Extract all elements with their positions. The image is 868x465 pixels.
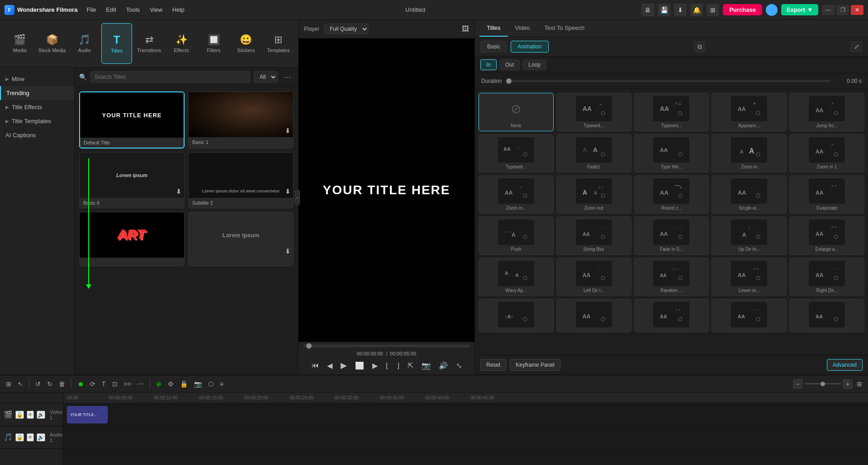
skip-back-button[interactable]: ⏮ bbox=[309, 360, 321, 371]
mark-in-button[interactable]: ⌊ bbox=[384, 360, 391, 371]
tl-record-button[interactable]: ⏺ bbox=[75, 379, 86, 389]
anim-fade1[interactable]: AA Fade1 bbox=[556, 134, 631, 173]
anim-zoomin2[interactable]: AA↗ Zoom in 1 bbox=[789, 134, 864, 173]
lift-button[interactable]: ⇱ bbox=[405, 360, 416, 371]
export-button[interactable]: Export ▼ bbox=[781, 4, 818, 15]
sidebar-item-title-effects[interactable]: ▶ Title Effects bbox=[0, 100, 74, 114]
tl-undo-button[interactable]: ↺ bbox=[33, 379, 43, 389]
anim-singlew[interactable]: AA→ Single-w... bbox=[711, 175, 787, 214]
tl-snap-button[interactable]: ⊕ bbox=[154, 379, 164, 389]
anim-none[interactable]: ⊘ None bbox=[479, 93, 554, 131]
tl-grid-button[interactable]: ⊞ bbox=[854, 379, 864, 389]
tl-delete-button[interactable]: 🗑 bbox=[57, 379, 67, 389]
anim-updir[interactable]: A↑ Up Dir In... bbox=[711, 216, 787, 255]
quality-select[interactable]: Full Quality 1/2 Quality 1/4 Quality bbox=[324, 24, 369, 34]
minimize-button[interactable]: — bbox=[822, 5, 835, 15]
collapse-panel-button[interactable]: ‹ bbox=[295, 190, 300, 205]
tab-titles[interactable]: Titles bbox=[479, 20, 508, 37]
nav-audio[interactable]: 🎵 Audio bbox=[69, 23, 100, 64]
tl-crop-button[interactable]: ⊡ bbox=[110, 379, 120, 389]
anim-zoomin1[interactable]: AA Zoom in bbox=[711, 134, 787, 173]
inout-btn-out[interactable]: Out bbox=[499, 59, 520, 70]
tl-ripple-button[interactable]: ⟳ bbox=[88, 379, 98, 389]
tl-split-button[interactable]: ⊞ bbox=[4, 379, 14, 389]
audio-track[interactable] bbox=[63, 426, 868, 449]
maximize-button[interactable]: ❐ bbox=[836, 5, 849, 15]
anim-28[interactable]: AA↙↗ bbox=[634, 299, 709, 332]
nav-media[interactable]: 🎬 Media bbox=[5, 23, 35, 64]
tl-redo-button[interactable]: ↻ bbox=[45, 379, 55, 389]
title-card-default[interactable]: YOUR TITLE HERE Default Title bbox=[79, 91, 185, 149]
video-lock-icon[interactable]: 🔒 bbox=[15, 411, 24, 419]
video-audio-icon[interactable]: 🔊 bbox=[37, 411, 45, 419]
tl-track-button[interactable]: ≡ bbox=[218, 379, 226, 389]
preview-scrubber[interactable] bbox=[303, 345, 470, 347]
reset-button[interactable]: Reset bbox=[480, 359, 506, 371]
tl-speed-button[interactable]: >> bbox=[122, 379, 133, 389]
title-card-basic6[interactable]: Lorem ipsum ⬇ Basic 6 bbox=[79, 152, 185, 208]
play-button[interactable]: ▶ bbox=[338, 359, 349, 372]
purchase-button[interactable]: Purchase bbox=[723, 4, 762, 15]
nav-stickers[interactable]: 😀 Stickers bbox=[231, 23, 261, 64]
avatar[interactable] bbox=[766, 4, 778, 16]
tl-more-button[interactable]: ⋯ bbox=[135, 379, 146, 389]
snapshot-button[interactable]: 📷 bbox=[419, 360, 433, 371]
nav-filters[interactable]: 🔲 Filters bbox=[199, 23, 229, 64]
duration-slider[interactable] bbox=[506, 80, 830, 82]
inout-btn-loop[interactable]: Loop bbox=[522, 59, 546, 70]
menu-help[interactable]: Help bbox=[168, 5, 189, 15]
menu-file[interactable]: File bbox=[82, 5, 100, 15]
anim-roundz[interactable]: AA Round z... bbox=[634, 175, 709, 214]
title-card-art[interactable]: ART bbox=[79, 212, 185, 266]
more-options-button[interactable]: ⋯ bbox=[281, 72, 294, 82]
tl-camera-button[interactable]: 📷 bbox=[192, 379, 204, 389]
anim-typewrite2[interactable]: AA⇱⇲ Typewrit... bbox=[634, 93, 709, 131]
notification-icon[interactable]: 🔔 bbox=[690, 4, 703, 16]
video-track[interactable]: YOUR TITLE... bbox=[63, 403, 868, 426]
monitor-icon[interactable]: 🖥 bbox=[641, 4, 654, 16]
panel-expand-icon[interactable]: ⤢ bbox=[851, 41, 863, 52]
nav-templates[interactable]: ⊞ Templates bbox=[263, 23, 294, 64]
audio-lock-icon[interactable]: 🔒 bbox=[15, 433, 24, 441]
menu-edit[interactable]: Edit bbox=[101, 5, 120, 15]
timeline-tracks-content[interactable]: 00:00 00:00:05:00 00:00:10:00 00:00:15:0… bbox=[63, 393, 868, 465]
menu-view[interactable]: View bbox=[145, 5, 167, 15]
tl-magnet-button[interactable]: ⚙ bbox=[166, 379, 176, 389]
title-card-basic1[interactable]: ⬇ Basic 1 bbox=[188, 91, 294, 149]
panel-copy-icon[interactable]: ⧉ bbox=[694, 41, 705, 53]
tl-zoom-out-button[interactable]: − bbox=[793, 379, 803, 389]
anim-jumpfrom[interactable]: AA↗ Jump fro... bbox=[789, 93, 864, 131]
tl-ai-button[interactable]: ⬡ bbox=[206, 379, 216, 389]
frame-back-button[interactable]: ◀ bbox=[325, 360, 335, 371]
download-icon[interactable]: ⬇ bbox=[674, 4, 687, 16]
title-clip[interactable]: YOUR TITLE... bbox=[67, 406, 108, 423]
tab-video[interactable]: Video bbox=[508, 20, 537, 37]
audio-volume-icon[interactable]: 🔊 bbox=[37, 433, 45, 441]
tl-lock-button[interactable]: 🔒 bbox=[178, 379, 190, 389]
title-card-subtitle2[interactable]: Lorem ipsum dolor sit amet consectetur ⬇… bbox=[188, 152, 294, 208]
anim-zoomin3[interactable]: AA↙ Zoom in... bbox=[479, 175, 554, 214]
scrubber-thumb[interactable] bbox=[306, 343, 312, 349]
sidebar-item-trending[interactable]: Trending bbox=[0, 86, 74, 100]
anim-random[interactable]: AA? ? ? Random ... bbox=[634, 258, 709, 296]
nav-transitions[interactable]: ⇄ Transitions bbox=[134, 23, 164, 64]
tab-text-to-speech[interactable]: Text To Speech bbox=[537, 20, 592, 37]
anim-appearing[interactable]: AA▲ Appearin... bbox=[711, 93, 787, 131]
sub-tab-basic[interactable]: Basic bbox=[480, 41, 507, 53]
tl-select-button[interactable]: ↖ bbox=[15, 379, 25, 389]
anim-rightdir[interactable]: AA→→ Right Dir... bbox=[789, 258, 864, 296]
title-card-lorem[interactable]: Lorem Ipsum ⬇ bbox=[188, 212, 294, 266]
anim-30[interactable]: AA→→ bbox=[789, 299, 864, 332]
nav-titles[interactable]: T Titles bbox=[101, 23, 132, 64]
sub-tab-animation[interactable]: Animation bbox=[511, 41, 548, 53]
grid-icon[interactable]: ⊞ bbox=[707, 4, 719, 16]
tl-zoom-in-button[interactable]: + bbox=[843, 379, 853, 389]
sidebar-item-ai-captions[interactable]: AI Captions bbox=[0, 128, 74, 142]
menu-tools[interactable]: Tools bbox=[122, 5, 144, 15]
search-input[interactable] bbox=[90, 71, 250, 83]
anim-leftdir[interactable]: AA←← Left Dir l... bbox=[556, 258, 631, 296]
tl-text-button[interactable]: T bbox=[100, 379, 108, 389]
anim-typewrite3[interactable]: AA↓↓ Typewrit... bbox=[479, 134, 554, 173]
tl-zoom-slider[interactable] bbox=[805, 383, 841, 384]
anim-fadeins[interactable]: AA←→ Fade in S... bbox=[634, 216, 709, 255]
